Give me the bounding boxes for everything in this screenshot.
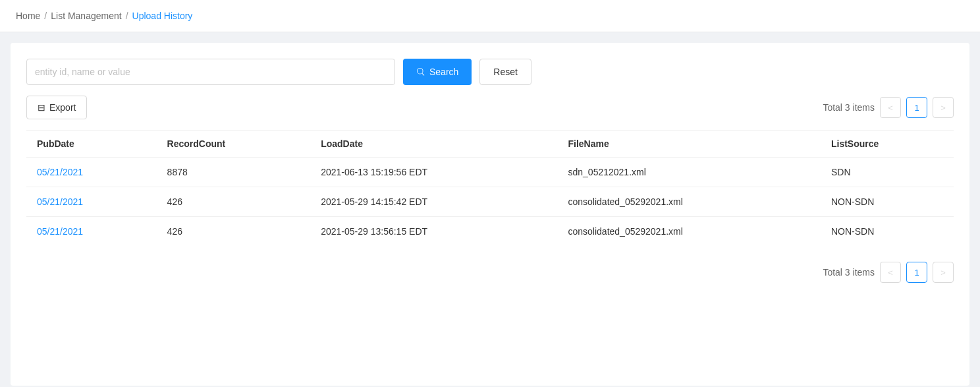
next-icon-bottom: >	[940, 268, 946, 278]
reset-button[interactable]: Reset	[479, 59, 531, 85]
current-page-button-bottom[interactable]: 1	[906, 262, 927, 283]
cell-file-name-0: sdn_05212021.xml	[557, 158, 820, 187]
prev-icon-top: <	[888, 103, 893, 113]
page-num-bottom: 1	[914, 268, 919, 278]
page-num-top: 1	[914, 103, 919, 113]
col-load-date: LoadDate	[310, 131, 557, 158]
table-header-row: PubDate RecordCount LoadDate FileName Li…	[26, 131, 954, 158]
export-icon: ⊟	[38, 102, 45, 113]
breadcrumb-list-management[interactable]: List Management	[51, 11, 121, 21]
next-page-button-top[interactable]: >	[933, 97, 954, 118]
search-icon	[416, 67, 425, 76]
table-row: 05/21/2021 426 2021-05-29 14:15:42 EDT c…	[26, 187, 954, 217]
cell-pub-date-2[interactable]: 05/21/2021	[26, 217, 157, 247]
export-label: Export	[49, 102, 76, 113]
col-record-count: RecordCount	[157, 131, 311, 158]
cell-pub-date-0[interactable]: 05/21/2021	[26, 158, 157, 187]
prev-icon-bottom: <	[888, 268, 893, 278]
cell-record-count-0: 8878	[157, 158, 311, 187]
col-list-source: ListSource	[821, 131, 954, 158]
breadcrumb-upload-history: Upload History	[132, 11, 193, 21]
prev-page-button-bottom[interactable]: <	[880, 262, 901, 283]
next-icon-top: >	[940, 103, 946, 113]
breadcrumb-home[interactable]: Home	[16, 11, 40, 21]
search-button[interactable]: Search	[403, 59, 472, 85]
search-input[interactable]	[26, 59, 395, 85]
col-file-name: FileName	[557, 131, 820, 158]
cell-list-source-2: NON-SDN	[821, 217, 954, 247]
breadcrumb: Home / List Management / Upload History	[0, 0, 980, 32]
main-content: Search Reset ⊟ Export Total 3 items < 1 …	[11, 43, 969, 386]
pagination-top: Total 3 items < 1 >	[823, 97, 954, 118]
export-button[interactable]: ⊟ Export	[26, 96, 87, 119]
col-pub-date: PubDate	[26, 131, 157, 158]
pagination-bottom: Total 3 items < 1 >	[823, 262, 954, 283]
cell-load-date-0: 2021-06-13 15:19:56 EDT	[310, 158, 557, 187]
toolbar: ⊟ Export Total 3 items < 1 >	[26, 96, 954, 119]
cell-load-date-1: 2021-05-29 14:15:42 EDT	[310, 187, 557, 217]
cell-list-source-0: SDN	[821, 158, 954, 187]
cell-record-count-2: 426	[157, 217, 311, 247]
total-items-bottom: Total 3 items	[823, 267, 875, 278]
total-items-top: Total 3 items	[823, 102, 875, 113]
breadcrumb-sep-1: /	[44, 11, 47, 21]
prev-page-button-top[interactable]: <	[880, 97, 901, 118]
next-page-button-bottom[interactable]: >	[933, 262, 954, 283]
current-page-button-top[interactable]: 1	[906, 97, 927, 118]
cell-file-name-2: consolidated_05292021.xml	[557, 217, 820, 247]
breadcrumb-sep-2: /	[126, 11, 128, 21]
cell-pub-date-1[interactable]: 05/21/2021	[26, 187, 157, 217]
table-row: 05/21/2021 426 2021-05-29 13:56:15 EDT c…	[26, 217, 954, 247]
cell-list-source-1: NON-SDN	[821, 187, 954, 217]
table-row: 05/21/2021 8878 2021-06-13 15:19:56 EDT …	[26, 158, 954, 187]
cell-file-name-1: consolidated_05292021.xml	[557, 187, 820, 217]
cell-load-date-2: 2021-05-29 13:56:15 EDT	[310, 217, 557, 247]
cell-record-count-1: 426	[157, 187, 311, 217]
search-button-label: Search	[429, 67, 458, 77]
search-bar: Search Reset	[26, 59, 954, 85]
data-table: PubDate RecordCount LoadDate FileName Li…	[26, 130, 954, 246]
